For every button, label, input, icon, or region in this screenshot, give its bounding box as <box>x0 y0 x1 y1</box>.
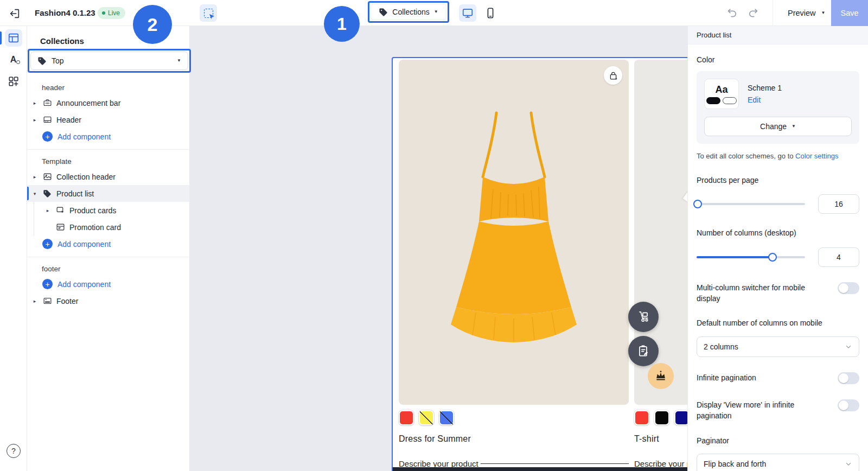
paginator-select[interactable]: Flip back and forth <box>697 454 859 471</box>
page-type-dropdown[interactable]: Collections ▼ <box>371 4 446 20</box>
topbar-divider <box>773 0 773 26</box>
tree-item-product-cards[interactable]: ▸ Product cards <box>34 202 189 219</box>
tree-item-product-list[interactable]: ▾ Product list <box>27 185 189 202</box>
tree-item-label: Promotion card <box>69 223 121 232</box>
add-component-button-header[interactable]: + Add component <box>27 128 189 145</box>
tree-item-header[interactable]: ▸ Header <box>27 111 189 128</box>
theme-editor-app: Fashion4 0.1.23 Live <box>0 0 868 471</box>
tree-item-label: Product list <box>56 189 94 198</box>
color-scheme-card: Aa Scheme 1 Edit Change ▼ <box>697 71 859 144</box>
preview-label: Preview <box>788 9 816 17</box>
active-rail-indicator <box>0 31 2 44</box>
scheme-preview-text: Aa <box>715 84 727 96</box>
swatch-row <box>399 410 629 425</box>
products-per-page-input[interactable] <box>818 194 859 214</box>
help-button[interactable]: ? <box>7 444 21 458</box>
preview-canvas: Dress for Summer Describe your product <box>190 26 687 471</box>
tag-icon <box>42 189 52 199</box>
mobile-switcher-toggle[interactable] <box>838 282 859 294</box>
scheme-edit-link[interactable]: Edit <box>748 96 782 104</box>
product-cards-icon <box>55 206 65 215</box>
add-component-button-footer[interactable]: + Add component <box>27 276 189 292</box>
typography-icon: A <box>10 55 17 65</box>
mobile-view-button[interactable] <box>482 4 499 22</box>
tree-divider <box>27 257 189 257</box>
view-more-toggle[interactable] <box>838 399 859 411</box>
layers-sidebar: Collections header ▸ Announcement bar ▸ <box>27 26 190 471</box>
products-per-page-label: Products per page <box>697 175 859 186</box>
preview-button[interactable]: Preview ▼ <box>780 0 833 26</box>
caret-down-icon: ▼ <box>792 124 796 129</box>
caret-down-icon: ▼ <box>821 11 826 15</box>
tree-item-promotion-card[interactable]: Promotion card <box>34 219 189 236</box>
sections-layout-icon <box>8 32 20 44</box>
tree-divider <box>27 149 189 150</box>
redo-button[interactable] <box>744 4 762 22</box>
paginator-label: Paginator <box>697 436 859 447</box>
page-type-label: Collections <box>392 8 429 16</box>
undo-button[interactable] <box>724 4 741 22</box>
announcement-bar-icon <box>42 98 52 108</box>
chevron-right-icon[interactable]: ▸ <box>31 117 38 123</box>
exit-editor-button[interactable] <box>8 7 22 21</box>
columns-desktop-slider[interactable] <box>697 256 805 258</box>
chevron-right-icon[interactable]: ▸ <box>31 174 38 180</box>
mobile-columns-value: 2 columns <box>704 342 845 351</box>
components-icon <box>8 75 20 87</box>
premium-feature-button[interactable] <box>648 363 674 389</box>
add-component-label: Add component <box>58 132 111 141</box>
tree-item-label: Header <box>56 116 81 124</box>
change-scheme-button[interactable]: Change ▼ <box>704 117 852 136</box>
color-settings-note: To edit all color schemes, go to Color s… <box>697 151 859 161</box>
tag-icon <box>379 8 388 17</box>
change-label: Change <box>760 122 787 131</box>
rail-item-typography[interactable]: A <box>5 51 22 68</box>
tree-item-announcement-bar[interactable]: ▸ Announcement bar <box>27 94 189 111</box>
color-swatch-black[interactable] <box>654 410 669 425</box>
chevron-right-icon[interactable]: ▸ <box>31 298 38 304</box>
scheme-dark-pill <box>706 97 720 104</box>
settings-inspector: Product list Color Aa Scheme 1 Edit <box>687 26 868 471</box>
order-form-widget-button[interactable] <box>628 336 659 366</box>
desktop-view-button[interactable] <box>459 4 476 22</box>
rail-item-sections[interactable] <box>5 29 22 47</box>
chevron-down-icon[interactable]: ▾ <box>31 191 38 196</box>
infinite-pagination-toggle[interactable] <box>838 372 859 384</box>
collection-page-selector[interactable]: Top ▼ <box>30 52 188 70</box>
caret-down-icon: ▼ <box>177 59 181 63</box>
tree-item-footer[interactable]: ▸ Footer <box>27 292 189 309</box>
chevron-right-icon[interactable]: ▸ <box>44 208 51 213</box>
exit-icon <box>9 8 21 20</box>
color-scheme-preview: Aa <box>704 79 739 109</box>
product-image-dress[interactable] <box>399 60 629 405</box>
header-component-icon <box>42 115 52 125</box>
element-selector-button[interactable] <box>200 4 217 22</box>
products-per-page-slider[interactable] <box>697 203 805 205</box>
color-swatch-blue-unavailable[interactable] <box>439 410 454 425</box>
color-swatch-red[interactable] <box>634 410 649 425</box>
promotion-card-icon <box>55 222 65 232</box>
product-card-dress[interactable]: Dress for Summer Describe your product <box>399 60 629 469</box>
crown-icon <box>654 370 667 383</box>
color-swatch-red[interactable] <box>399 410 414 425</box>
scheme-name: Scheme 1 <box>748 84 782 92</box>
plus-circle-icon: + <box>42 279 53 289</box>
slider-thumb[interactable] <box>768 253 777 262</box>
columns-desktop-input[interactable] <box>818 247 859 267</box>
save-button[interactable]: Save <box>831 0 868 26</box>
undo-icon <box>726 7 738 19</box>
rail-item-components[interactable] <box>5 73 22 90</box>
color-swatch-yellow-unavailable[interactable] <box>419 410 434 425</box>
add-component-button-template[interactable]: + Add component <box>27 236 189 252</box>
quick-order-widget-button[interactable] <box>628 302 659 332</box>
color-settings-link[interactable]: Color settings <box>795 152 838 160</box>
tree-item-collection-header[interactable]: ▸ Collection header <box>27 168 189 185</box>
slider-thumb[interactable] <box>693 200 702 208</box>
mobile-columns-select[interactable]: 2 columns <box>697 336 859 357</box>
product-title[interactable]: Dress for Summer <box>399 434 629 444</box>
add-to-cart-button[interactable] <box>604 66 622 85</box>
live-status-badge: Live <box>98 7 125 19</box>
chevron-right-icon[interactable]: ▸ <box>31 100 38 106</box>
infinite-pagination-label: Infinite pagination <box>697 372 756 383</box>
bag-plus-icon <box>608 71 618 81</box>
